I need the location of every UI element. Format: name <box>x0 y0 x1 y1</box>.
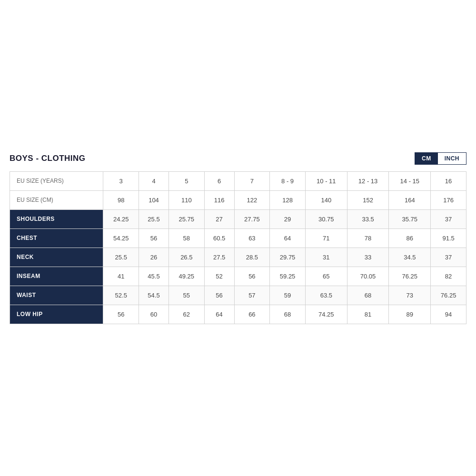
cell: 89 <box>389 305 431 324</box>
cell: 33 <box>347 248 389 267</box>
cell: 30.75 <box>305 209 347 228</box>
cell: 54.25 <box>103 228 139 248</box>
cell: 24.25 <box>103 209 139 228</box>
row-label-chest: CHEST <box>10 228 103 248</box>
table-row: LOW HIP56606264666874.25818994 <box>10 305 466 324</box>
cell: 35.75 <box>389 209 431 228</box>
cell: 76.25 <box>431 286 466 305</box>
col-header-3: 3 <box>103 171 139 190</box>
cell: 58 <box>169 228 204 248</box>
cell: 74.25 <box>305 305 347 324</box>
col-header-8---9: 8 - 9 <box>270 171 306 190</box>
cell: 31 <box>305 248 347 267</box>
cell: 116 <box>204 190 234 209</box>
cell: 55 <box>169 286 204 305</box>
cm-button[interactable]: CM <box>415 153 438 164</box>
cell: 140 <box>305 190 347 209</box>
cell: 56 <box>139 228 169 248</box>
cell: 37 <box>431 248 466 267</box>
row-label-waist: WAIST <box>10 286 103 305</box>
cell: 54.5 <box>139 286 169 305</box>
table-row: CHEST54.25565860.5636471788691.5 <box>10 228 466 248</box>
cell: 68 <box>347 286 389 305</box>
cell: 52.5 <box>103 286 139 305</box>
cell: 152 <box>347 190 389 209</box>
row-label-shoulders: SHOULDERS <box>10 209 103 228</box>
cell: 104 <box>139 190 169 209</box>
cell: 65 <box>305 267 347 286</box>
cell: 25.5 <box>103 248 139 267</box>
cell: 82 <box>431 267 466 286</box>
cell: 76.25 <box>389 267 431 286</box>
cell: 41 <box>103 267 139 286</box>
cell: 81 <box>347 305 389 324</box>
cell: 28.5 <box>234 248 270 267</box>
page-wrapper: BOYS - CLOTHING CM INCH EU SIZE (YEARS)3… <box>0 0 476 476</box>
page-title: BOYS - CLOTHING <box>10 154 86 163</box>
cell: 25.75 <box>169 209 204 228</box>
cell: 86 <box>389 228 431 248</box>
cell: 27.75 <box>234 209 270 228</box>
cell: 70.05 <box>347 267 389 286</box>
cell: 27 <box>204 209 234 228</box>
size-table: EU SIZE (YEARS)345678 - 910 - 1112 - 131… <box>10 171 466 324</box>
cell: 71 <box>305 228 347 248</box>
table-row: SHOULDERS24.2525.525.752727.752930.7533.… <box>10 209 466 228</box>
column-headers-row: EU SIZE (YEARS)345678 - 910 - 1112 - 131… <box>10 171 466 190</box>
col-header-6: 6 <box>204 171 234 190</box>
cell: 52 <box>204 267 234 286</box>
table-row: EU SIZE (CM)9810411011612212814015216417… <box>10 190 466 209</box>
col-header-label: EU SIZE (YEARS) <box>10 171 103 190</box>
main-container: BOYS - CLOTHING CM INCH EU SIZE (YEARS)3… <box>10 143 466 334</box>
col-header-10---11: 10 - 11 <box>305 171 347 190</box>
cell: 60 <box>139 305 169 324</box>
col-header-7: 7 <box>234 171 270 190</box>
cell: 56 <box>204 286 234 305</box>
col-header-12---13: 12 - 13 <box>347 171 389 190</box>
cell: 68 <box>270 305 306 324</box>
cell: 110 <box>169 190 204 209</box>
cell: 56 <box>234 267 270 286</box>
cell: 64 <box>204 305 234 324</box>
cell: 29.75 <box>270 248 306 267</box>
row-label-eu-size-(cm): EU SIZE (CM) <box>10 190 103 209</box>
cell: 56 <box>103 305 139 324</box>
cell: 122 <box>234 190 270 209</box>
cell: 37 <box>431 209 466 228</box>
cell: 29 <box>270 209 306 228</box>
cell: 33.5 <box>347 209 389 228</box>
cell: 49.25 <box>169 267 204 286</box>
unit-toggle: CM INCH <box>415 152 466 165</box>
cell: 66 <box>234 305 270 324</box>
cell: 91.5 <box>431 228 466 248</box>
table-row: NECK25.52626.527.528.529.75313334.537 <box>10 248 466 267</box>
cell: 62 <box>169 305 204 324</box>
row-label-inseam: INSEAM <box>10 267 103 286</box>
cell: 57 <box>234 286 270 305</box>
col-header-4: 4 <box>139 171 169 190</box>
col-header-14---15: 14 - 15 <box>389 171 431 190</box>
cell: 98 <box>103 190 139 209</box>
cell: 60.5 <box>204 228 234 248</box>
cell: 25.5 <box>139 209 169 228</box>
cell: 26 <box>139 248 169 267</box>
cell: 59 <box>270 286 306 305</box>
table-row: INSEAM4145.549.25525659.256570.0576.2582 <box>10 267 466 286</box>
row-label-neck: NECK <box>10 248 103 267</box>
cell: 78 <box>347 228 389 248</box>
col-header-16: 16 <box>431 171 466 190</box>
row-label-low-hip: LOW HIP <box>10 305 103 324</box>
inch-button[interactable]: INCH <box>438 153 466 164</box>
cell: 176 <box>431 190 466 209</box>
col-header-5: 5 <box>169 171 204 190</box>
cell: 63 <box>234 228 270 248</box>
cell: 27.5 <box>204 248 234 267</box>
table-row: WAIST52.554.55556575963.5687376.25 <box>10 286 466 305</box>
cell: 45.5 <box>139 267 169 286</box>
cell: 34.5 <box>389 248 431 267</box>
cell: 128 <box>270 190 306 209</box>
cell: 73 <box>389 286 431 305</box>
cell: 63.5 <box>305 286 347 305</box>
cell: 59.25 <box>270 267 306 286</box>
header-row: BOYS - CLOTHING CM INCH <box>10 152 466 165</box>
